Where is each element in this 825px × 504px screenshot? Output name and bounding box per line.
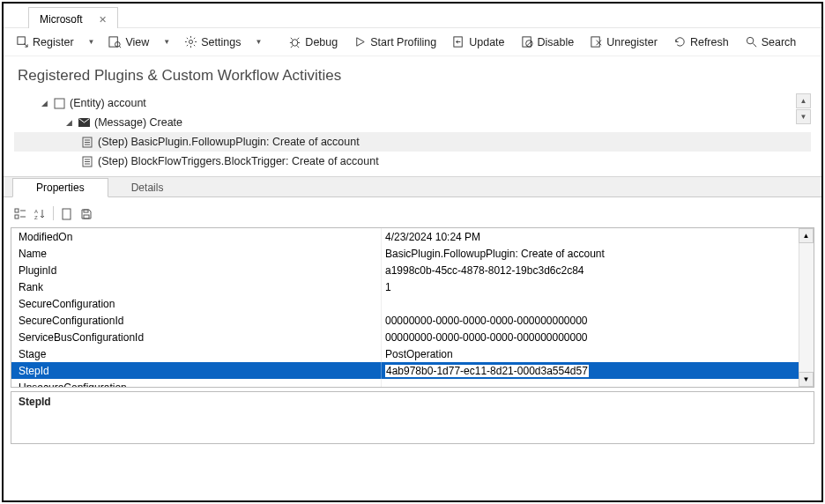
search-button[interactable]: Search xyxy=(740,33,802,50)
property-value[interactable]: BasicPlugin.FollowupPlugin: Create of ac… xyxy=(382,245,814,262)
tab-bar: Microsoft ✕ xyxy=(4,4,821,28)
svg-point-7 xyxy=(190,40,193,43)
alphabetical-button[interactable]: AZ xyxy=(32,206,48,222)
tab-properties[interactable]: Properties xyxy=(12,178,108,197)
svg-text:Z: Z xyxy=(34,215,38,220)
view-label: View xyxy=(125,36,149,48)
settings-label: Settings xyxy=(201,36,241,48)
disable-icon xyxy=(521,35,534,48)
property-row[interactable]: SecureConfiguration xyxy=(11,295,814,312)
grid-scrollbar[interactable]: ▲ ▼ xyxy=(799,228,814,387)
tree-label: (Message) Create xyxy=(94,113,182,132)
property-name: UnsecureConfiguration xyxy=(11,379,382,388)
property-name: PluginId xyxy=(11,262,382,278)
property-name: SecureConfigurationId xyxy=(11,312,382,329)
tree-node-message[interactable]: ◢ (Message) Create xyxy=(14,113,811,132)
refresh-icon xyxy=(673,35,687,48)
start-profiling-button[interactable]: Start Profiling xyxy=(348,33,442,50)
property-value[interactable]: 4/23/2024 10:24 PM xyxy=(382,228,814,245)
property-value[interactable]: 00000000-0000-0000-0000-000000000000 xyxy=(382,312,814,329)
properties-toolbar: AZ xyxy=(11,201,814,227)
tree-node-step-selected[interactable]: (Step) BasicPlugin.FollowupPlugin: Creat… xyxy=(14,132,811,152)
svg-line-14 xyxy=(298,46,300,48)
unregister-label: Unregister xyxy=(606,36,658,48)
unregister-button[interactable]: Unregister xyxy=(584,33,663,50)
register-icon xyxy=(16,35,29,48)
settings-button[interactable]: Settings xyxy=(179,33,246,50)
play-icon xyxy=(353,35,367,48)
scroll-up-icon[interactable]: ▲ xyxy=(799,228,814,243)
property-row[interactable]: UnsecureConfiguration xyxy=(11,379,814,388)
property-value[interactable]: PostOperation xyxy=(382,345,814,362)
svg-rect-36 xyxy=(15,215,19,219)
scroll-up-button[interactable]: ▲ xyxy=(796,93,811,108)
svg-line-1 xyxy=(24,43,27,47)
update-label: Update xyxy=(469,36,504,48)
view-dropdown[interactable]: ▼ xyxy=(160,38,174,46)
property-value[interactable]: 00000000-0000-0000-0000-000000000000 xyxy=(382,329,814,345)
property-value[interactable]: 1 xyxy=(382,278,814,295)
svg-point-23 xyxy=(747,37,754,44)
tree-label: (Entity) account xyxy=(70,93,146,113)
svg-rect-42 xyxy=(63,209,71,219)
svg-text:A: A xyxy=(34,209,38,214)
property-value[interactable]: a1998c0b-45cc-4878-8012-19bc3d6c2c84 xyxy=(382,262,814,278)
tree-label: (Step) BasicPlugin.FollowupPlugin: Creat… xyxy=(98,132,360,152)
svg-marker-15 xyxy=(357,38,364,46)
description-label: StepId xyxy=(19,396,51,408)
step-icon xyxy=(81,155,93,167)
tree-node-entity[interactable]: ◢ (Entity) account xyxy=(14,93,811,113)
property-name: Name xyxy=(11,245,382,262)
properties-panel: AZ ModifiedOn4/23/2024 10:24 PMNameBasic… xyxy=(4,197,821,500)
svg-line-9 xyxy=(291,38,293,40)
disable-button[interactable]: Disable xyxy=(516,33,580,50)
svg-line-24 xyxy=(753,43,756,47)
property-name: Stage xyxy=(11,345,382,362)
save-button[interactable] xyxy=(78,206,94,222)
property-grid[interactable]: ModifiedOn4/23/2024 10:24 PMNameBasicPlu… xyxy=(11,227,814,388)
tree-panel: ◢ (Entity) account ◢ (Message) Create (S… xyxy=(14,93,811,171)
tab-microsoft[interactable]: Microsoft ✕ xyxy=(28,7,118,28)
close-icon[interactable]: ✕ xyxy=(99,14,107,26)
tree-label: (Step) BlockFlowTriggers.BlockTrigger: C… xyxy=(98,152,379,171)
separator xyxy=(53,206,54,220)
tab-details[interactable]: Details xyxy=(108,179,187,196)
property-row[interactable]: NameBasicPlugin.FollowupPlugin: Create o… xyxy=(11,245,814,262)
update-button[interactable]: Update xyxy=(447,33,509,50)
property-name: ServiceBusConfigurationId xyxy=(11,329,382,345)
property-row[interactable]: ModifiedOn4/23/2024 10:24 PM xyxy=(11,228,814,245)
property-row[interactable]: ServiceBusConfigurationId00000000-0000-0… xyxy=(11,329,814,345)
refresh-label: Refresh xyxy=(690,36,729,48)
debug-label: Debug xyxy=(305,36,338,48)
toolbar: Register ▼ View ▼ Settings ▼ Debug Start… xyxy=(4,28,821,56)
properties-page-button[interactable] xyxy=(59,206,75,222)
debug-button[interactable]: Debug xyxy=(283,33,343,50)
collapse-icon[interactable]: ◢ xyxy=(63,117,74,128)
collapse-icon[interactable]: ◢ xyxy=(39,98,49,108)
view-icon xyxy=(108,35,122,48)
property-value[interactable] xyxy=(382,379,814,388)
tree-node-step[interactable]: (Step) BlockFlowTriggers.BlockTrigger: C… xyxy=(14,152,811,171)
property-value[interactable] xyxy=(382,295,814,312)
plugin-tree[interactable]: ◢ (Entity) account ◢ (Message) Create (S… xyxy=(14,93,811,171)
property-value[interactable]: 4ab978b0-1d77-ec11-8d21-000d3a554d57 xyxy=(382,362,814,379)
property-name: SecureConfiguration xyxy=(11,295,382,312)
settings-dropdown[interactable]: ▼ xyxy=(251,38,265,46)
view-button[interactable]: View xyxy=(103,33,154,50)
property-row[interactable]: Rank1 xyxy=(11,278,814,295)
categorize-button[interactable] xyxy=(12,206,28,222)
refresh-button[interactable]: Refresh xyxy=(668,33,734,50)
register-dropdown[interactable]: ▼ xyxy=(85,38,99,46)
debug-icon xyxy=(288,35,301,48)
svg-point-8 xyxy=(293,40,299,47)
property-row[interactable]: PluginIda1998c0b-45cc-4878-8012-19bc3d6c… xyxy=(11,262,814,278)
scroll-down-icon[interactable]: ▼ xyxy=(799,372,814,387)
start-profiling-label: Start Profiling xyxy=(370,36,436,48)
register-button[interactable]: Register xyxy=(11,33,79,50)
scroll-down-button[interactable]: ▼ xyxy=(796,109,811,124)
property-row[interactable]: StagePostOperation xyxy=(11,345,814,362)
update-icon xyxy=(452,35,465,48)
property-row[interactable]: SecureConfigurationId00000000-0000-0000-… xyxy=(11,312,814,329)
svg-rect-44 xyxy=(84,215,89,219)
property-row[interactable]: StepId4ab978b0-1d77-ec11-8d21-000d3a554d… xyxy=(11,362,814,379)
